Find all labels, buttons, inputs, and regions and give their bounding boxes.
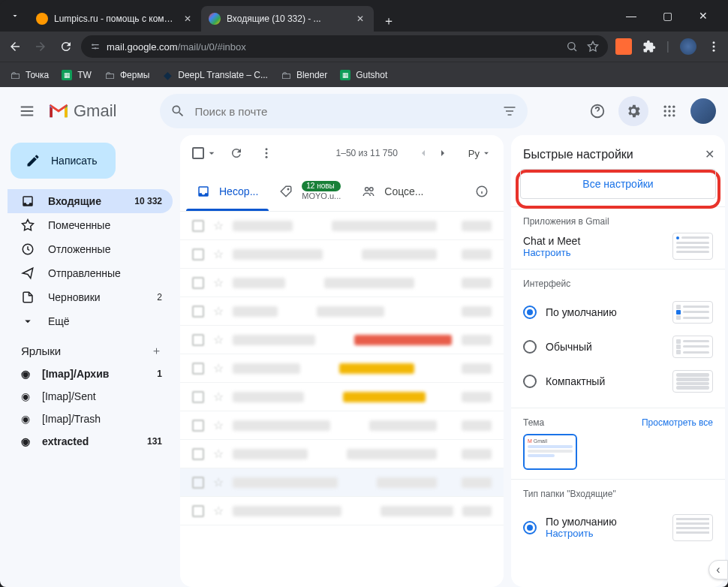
mail-row[interactable]: ☆ [180,440,504,468]
radio-icon [523,340,537,354]
theme-thumbnail[interactable]: M Gmail [523,434,577,470]
nav-more[interactable]: Ещё [8,309,173,333]
bookmark-item[interactable]: ◆DeepL Translate – С... [161,69,268,81]
all-settings-button[interactable]: Все настройки [520,169,716,199]
svg-point-9 [672,106,675,108]
mail-row[interactable]: ☆ [180,468,504,497]
label-icon: ◉ [21,413,30,425]
mail-row[interactable]: ☆ [180,297,504,326]
site-settings-icon [90,41,101,52]
browser-menu-icon[interactable] [707,40,720,53]
svg-point-2 [568,43,575,50]
add-label-icon[interactable]: ＋ [151,344,162,358]
extensions-icon[interactable] [642,40,656,53]
label-item[interactable]: ◉extracted131 [8,430,173,453]
bookmark-star-icon[interactable] [587,41,599,53]
input-language-selector[interactable]: Ру [468,148,492,159]
inbox-preview [672,514,713,541]
browser-tab-lumpics[interactable]: Lumpics.ru - помощь с комп... ✕ [29,6,201,32]
mail-row[interactable]: ☆ [180,240,504,269]
profile-avatar-icon[interactable] [680,38,696,55]
svg-point-11 [668,110,670,112]
window-maximize-icon[interactable]: ▢ [656,10,678,22]
new-tab-button[interactable]: ＋ [378,11,399,32]
inbox-type-default[interactable]: По умолчанию Настроить [523,505,713,549]
search-filter-icon[interactable] [502,104,517,119]
nav-drafts[interactable]: Черновики2 [8,285,173,309]
section-title-theme: Тема [523,417,544,428]
bookmark-item[interactable]: ▦TW [61,69,92,81]
zoom-icon[interactable] [566,41,578,53]
svg-point-20 [288,188,290,190]
divider: | [666,40,669,53]
side-panel-toggle-icon[interactable]: ‹ [708,560,728,579]
mail-row[interactable]: ☆ [180,354,504,383]
label-icon: ◉ [21,390,30,402]
tab-promotions[interactable]: 12 новыMOYO.u... [269,171,351,211]
mail-row[interactable]: ☆ [180,411,504,440]
mail-row[interactable]: ☆ [180,269,504,297]
account-avatar[interactable] [690,98,716,124]
apps-preview [672,233,713,260]
label-icon: ◉ [21,368,30,380]
bookmark-item[interactable]: 🗀Точка [9,69,49,81]
nav-sent[interactable]: Отправленные [8,261,173,285]
tab-close-icon[interactable]: ✕ [354,13,366,25]
extension-icon[interactable] [615,38,632,55]
mail-row[interactable]: ☆ [180,383,504,411]
search-input[interactable] [194,105,493,118]
tab-dropdown[interactable] [6,7,24,25]
density-default[interactable]: По умолчанию [523,295,713,330]
search-bar[interactable] [160,94,528,128]
mail-row[interactable]: ☆ [180,326,504,354]
mail-row[interactable]: ☆ [180,497,504,525]
svg-point-5 [713,50,715,52]
nav-inbox[interactable]: Входящие10 332 [8,189,173,213]
bookmark-item[interactable]: 🗀Blender [280,69,327,81]
tabs-info-icon[interactable] [466,171,498,211]
svg-point-22 [370,187,374,191]
apps-configure-link[interactable]: Настроить [523,247,580,258]
nav-reload-icon[interactable] [59,39,74,54]
nav-back-icon[interactable] [8,39,23,54]
label-item[interactable]: ◉[Imap]/Trash [8,408,173,430]
address-bar[interactable]: mail.google.com/mail/u/0/#inbox [81,35,608,58]
theme-view-all-link[interactable]: Просмотреть все [642,417,713,428]
close-settings-icon[interactable]: ✕ [705,147,714,161]
gmail-logo[interactable]: Gmail [48,101,116,121]
tab-social[interactable]: Соцсе... [351,171,434,211]
label-item[interactable]: ◉[Imap]/Sent [8,385,173,408]
density-compact[interactable]: Компактный [523,364,713,399]
compose-button[interactable]: Написать [11,143,116,179]
window-minimize-icon[interactable]: — [620,10,642,22]
mail-row[interactable]: ☆ [180,212,504,240]
settings-gear-icon[interactable] [618,96,648,126]
hamburger-menu-icon[interactable] [12,96,42,126]
window-close-icon[interactable]: ✕ [692,10,714,22]
tab-primary[interactable]: Несор... [186,171,269,211]
prev-page-icon[interactable] [417,147,429,159]
apps-grid-icon[interactable] [654,96,684,126]
select-all-checkbox[interactable] [192,147,218,159]
refresh-icon[interactable] [230,146,248,160]
svg-point-13 [664,114,666,116]
svg-point-15 [672,114,675,116]
svg-point-18 [266,152,268,155]
nav-starred[interactable]: Помеченные [8,213,173,237]
help-icon[interactable] [582,96,612,126]
inbox-configure-link[interactable]: Настроить [546,528,617,539]
people-icon [362,185,375,198]
bookmark-item[interactable]: ▦Gutshot [339,69,387,81]
nav-snoozed[interactable]: Отложенные [8,237,173,261]
browser-tab-gmail[interactable]: Входящие (10 332) - ... ✕ [201,6,374,32]
more-menu-icon[interactable] [260,146,278,160]
tab-close-icon[interactable]: ✕ [182,13,194,25]
url-text: mail.google.com/mail/u/0/#inbox [107,41,246,53]
label-item[interactable]: ◉[Imap]/Архив1 [8,363,173,385]
next-page-icon[interactable] [437,147,449,159]
bookmark-item[interactable]: 🗀Фермы [104,69,149,81]
density-comfortable[interactable]: Обычный [523,330,713,364]
nav-forward-icon[interactable] [33,39,48,54]
radio-icon [523,521,537,534]
svg-point-12 [672,110,675,112]
